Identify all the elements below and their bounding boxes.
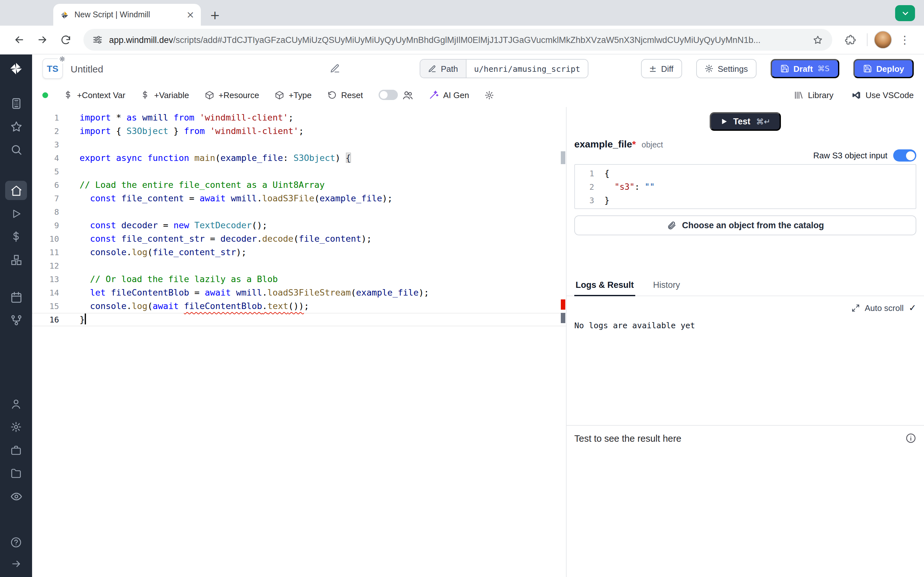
reset-icon	[327, 90, 336, 100]
help-icon[interactable]	[5, 533, 27, 552]
use-vscode-label: Use VSCode	[866, 90, 914, 100]
settings-button[interactable]: Settings	[696, 59, 756, 78]
toolbar-divider	[867, 33, 867, 46]
deploy-button[interactable]: Deploy	[853, 59, 914, 78]
add-variable-button[interactable]: +Variable	[141, 90, 189, 100]
multiplayer-toggle[interactable]	[378, 89, 413, 100]
vscode-icon	[851, 90, 861, 100]
sidebar-item-search[interactable]	[5, 140, 27, 159]
diff-icon: ±	[649, 63, 656, 74]
library-icon	[794, 90, 803, 100]
collapse-sidebar-icon[interactable]	[5, 556, 27, 571]
script-title[interactable]: Untitled	[71, 63, 103, 74]
deploy-save-icon	[863, 64, 872, 73]
language-settings-gear-icon[interactable]	[58, 55, 67, 63]
forward-button[interactable]	[32, 29, 53, 50]
script-header: TS Untitled Path	[32, 55, 924, 83]
browser-tabstrip: New Script | Windmill × +	[0, 0, 924, 26]
path-pencil-icon	[428, 64, 436, 73]
add-type-label: +Type	[289, 90, 312, 100]
sidebar-item-folders[interactable]	[5, 464, 27, 483]
site-settings-icon[interactable]	[92, 35, 103, 45]
ai-wand-icon	[428, 90, 439, 100]
tab-close-icon[interactable]: ×	[186, 10, 194, 19]
sidebar-item-schedules[interactable]	[5, 287, 27, 306]
expand-icon	[851, 303, 859, 312]
test-button[interactable]: Test ⌘↵	[709, 112, 781, 131]
add-resource-button[interactable]: +Resource	[204, 90, 259, 100]
test-shortcut: ⌘↵	[756, 117, 771, 126]
overview-ruler-error-mark	[561, 300, 565, 309]
add-type-button[interactable]: +Type	[275, 90, 312, 100]
path-button[interactable]: Path	[420, 60, 467, 77]
library-label: Library	[808, 90, 834, 100]
argument-name: example_file	[574, 139, 632, 149]
multiplayer-switch[interactable]	[378, 90, 397, 100]
add-context-var-button[interactable]: +Context Var	[63, 90, 126, 100]
language-badge: TS	[42, 58, 63, 79]
json-input-editor[interactable]: 1{2 "s3": ""3}	[574, 164, 916, 209]
raw-s3-label: Raw S3 object input	[813, 151, 887, 160]
draft-button[interactable]: Draft ⌘S	[771, 59, 839, 78]
windmill-logo-icon[interactable]	[8, 61, 24, 76]
path-label: Path	[441, 64, 458, 73]
new-tab-button[interactable]: +	[206, 6, 224, 24]
gear-icon	[485, 90, 494, 100]
sidebar-item-workers[interactable]	[5, 440, 27, 460]
sidebar-item-resources[interactable]	[5, 250, 27, 269]
raw-s3-switch[interactable]	[893, 149, 916, 161]
tab-history[interactable]: History	[652, 276, 682, 295]
sidebar-item-home[interactable]	[5, 181, 27, 200]
library-button[interactable]: Library	[794, 90, 834, 100]
language-badge-label: TS	[47, 63, 58, 74]
overview-ruler-bracket-mark	[561, 151, 565, 164]
path-value[interactable]: u/henri/amusing_script	[467, 60, 588, 77]
choose-object-button[interactable]: Choose an object from the catalog	[574, 215, 916, 235]
reload-button[interactable]	[55, 29, 76, 50]
address-bar[interactable]: app.windmill.dev/scripts/add#JTdCJTIyaGF…	[83, 29, 832, 51]
json-lines: 1{2 "s3": ""3}	[575, 167, 916, 207]
bookmark-star-icon[interactable]	[813, 34, 823, 45]
extensions-icon[interactable]	[840, 29, 861, 50]
sidebar-item-apps[interactable]	[5, 93, 27, 113]
sidebar-item-flows[interactable]	[5, 310, 27, 330]
dollar-icon	[63, 90, 73, 99]
logs-tabs: Logs & Result History	[567, 276, 924, 296]
sidebar-item-audit[interactable]	[5, 487, 27, 506]
code-editor[interactable]: 1import * as wmill from 'windmill-client…	[32, 107, 566, 577]
diff-button[interactable]: ± Diff	[641, 59, 682, 78]
choose-object-label: Choose an object from the catalog	[682, 221, 824, 230]
overview-ruler-cursor-mark	[561, 313, 565, 323]
package-icon	[204, 90, 214, 100]
add-context-var-label: +Context Var	[77, 90, 126, 100]
app-sidebar	[0, 55, 32, 577]
profile-avatar[interactable]	[874, 31, 892, 49]
info-icon[interactable]	[905, 433, 916, 444]
tab-title: New Script | Windmill	[74, 10, 181, 19]
auto-scroll-control[interactable]: Auto scroll ✓	[567, 296, 924, 313]
play-icon	[720, 118, 727, 125]
path-group[interactable]: Path u/henri/amusing_script	[420, 59, 589, 78]
reset-label: Reset	[341, 90, 363, 100]
gear-icon	[704, 64, 713, 73]
dollar-icon	[141, 90, 150, 99]
editor-settings-button[interactable]	[485, 90, 494, 100]
add-resource-label: +Resource	[218, 90, 259, 100]
browser-tab[interactable]: New Script | Windmill ×	[53, 4, 201, 26]
edit-title-pencil-icon[interactable]	[330, 63, 340, 74]
browser-menu-icon[interactable]: ⋮	[895, 29, 915, 50]
use-vscode-button[interactable]: Use VSCode	[851, 90, 914, 100]
sidebar-item-variables[interactable]	[5, 227, 27, 246]
sidebar-item-settings[interactable]	[5, 417, 27, 437]
tab-logs-result[interactable]: Logs & Result	[574, 276, 635, 296]
sidebar-item-favorites[interactable]	[5, 117, 27, 136]
tab-search-button[interactable]	[895, 5, 915, 21]
url-domain: app.windmill.dev	[109, 35, 173, 45]
raw-s3-toggle-row: Raw S3 object input	[574, 149, 916, 161]
sidebar-item-runs[interactable]	[5, 204, 27, 223]
ai-gen-button[interactable]: AI Gen	[428, 90, 469, 100]
paperclip-icon	[667, 221, 676, 230]
reset-button[interactable]: Reset	[327, 90, 363, 100]
sidebar-item-user[interactable]	[5, 394, 27, 414]
back-button[interactable]	[9, 29, 29, 50]
